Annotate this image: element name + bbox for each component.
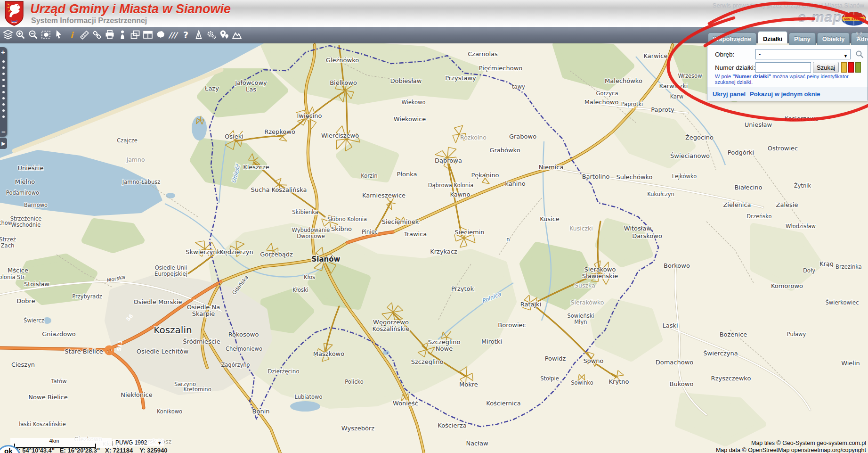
pointer-icon — [53, 29, 65, 41]
map-label: Dąbrowa Kolonia — [428, 182, 474, 189]
print-icon[interactable] — [104, 28, 116, 41]
map-label: łaski Koszalińskie — [19, 421, 66, 428]
geosystem-logo[interactable]: GEO-SYSTEM — [841, 11, 867, 26]
zoom-tick[interactable] — [2, 79, 5, 81]
map-label: Nowe Bielice — [28, 394, 67, 401]
map-label: Puławy — [787, 331, 806, 338]
map-label: Kawno — [450, 191, 470, 198]
map-label: WęgorzewoKoszalińskie — [373, 319, 410, 332]
layers-icon[interactable] — [2, 28, 14, 41]
map-label: Przytok — [451, 285, 474, 292]
pointer-icon[interactable] — [53, 28, 65, 41]
select-area-icon — [41, 29, 52, 41]
parcel-number-input[interactable] — [755, 62, 811, 73]
map-label: Wrzesow — [678, 73, 702, 79]
scale-label: 4km — [10, 438, 98, 444]
map-label: Dobiesław — [390, 77, 422, 84]
zoom-tick[interactable] — [2, 66, 5, 69]
map-label: Jamno — [126, 156, 145, 163]
settings-icon[interactable] — [205, 28, 218, 41]
layers-icon — [2, 29, 14, 41]
zoom-tick[interactable] — [2, 73, 5, 75]
map-label: Sierakówko — [570, 299, 604, 306]
measure-icon[interactable] — [78, 28, 90, 41]
obreb-select[interactable]: - ▼ — [755, 49, 851, 59]
info-icon[interactable]: i — [65, 28, 78, 41]
zoom-tick[interactable] — [2, 91, 5, 93]
svg-text:///: /// — [168, 31, 178, 40]
parallel-lines-icon: /// — [168, 29, 179, 41]
map-label: Koszalin — [154, 324, 192, 336]
poi-icon[interactable] — [218, 28, 230, 41]
app-window: { "header": { "title": "Urząd Gminy i Mi… — [0, 0, 868, 453]
zoom-tick[interactable] — [2, 60, 5, 63]
crs-selector[interactable]: PUWG 1992▼ — [113, 439, 164, 446]
legend-chip-2[interactable] — [855, 62, 861, 73]
legend-chips — [841, 62, 861, 73]
attribution-tiles: Map tiles © Geo-System geo-system.com.pl — [716, 440, 866, 447]
zoom-tick[interactable] — [2, 85, 5, 87]
copy-window-icon[interactable] — [129, 28, 141, 41]
tab-plany[interactable]: Plany — [789, 33, 816, 45]
report-issue-icon[interactable] — [193, 28, 205, 41]
tab-współrzędne[interactable]: Współrzędne — [708, 33, 756, 45]
map-label: Osieki — [225, 133, 243, 140]
terrain-icon[interactable] — [231, 28, 243, 41]
zoom-tick[interactable] — [2, 115, 5, 118]
map-label: Sianów — [312, 255, 341, 264]
attribution-data[interactable]: Map data © OpenStreetMap openstreetmap.o… — [716, 447, 866, 453]
map-label: Borkowo — [664, 262, 690, 269]
map-label: Unieście — [18, 165, 44, 172]
map-label: Czarnolas — [468, 50, 498, 58]
legend-chip-1[interactable] — [848, 62, 854, 73]
map-label: Ostrowiec — [768, 145, 798, 152]
chevron-down-icon: ▼ — [157, 441, 162, 445]
legend-chip-0[interactable] — [841, 62, 847, 73]
map-label: Powidz — [545, 355, 566, 362]
page-title: Urząd Gminy i Miasta w Sianowie — [30, 2, 231, 16]
map-label: Świerczyna — [703, 350, 738, 357]
map-label: Konikowo — [157, 408, 182, 415]
map-label: Przystawy — [445, 74, 476, 82]
obreb-label: Obręb: — [715, 51, 734, 58]
help-icon: ? — [180, 29, 192, 41]
map-label: Białecino — [734, 184, 762, 191]
map-label: Karwiczki — [659, 82, 688, 90]
zoom-tick[interactable] — [2, 97, 5, 99]
map-label: Stare Bielice — [65, 348, 103, 355]
zoom-slider[interactable]: + − — [0, 47, 7, 137]
zoom-tick[interactable] — [2, 109, 5, 112]
split-layout-icon[interactable] — [142, 28, 154, 41]
zoom-out-icon[interactable] — [27, 28, 40, 41]
map-label: Niemica — [539, 164, 564, 171]
map-label: Kusice — [540, 215, 560, 222]
parallel-lines-icon[interactable]: /// — [167, 28, 179, 41]
map-label: Uniesław — [745, 121, 772, 128]
zoom-in-plus[interactable]: + — [1, 48, 5, 56]
map-label: Wiekowice — [394, 115, 426, 123]
zoom-out-minus[interactable]: − — [1, 128, 6, 136]
tab-działki[interactable]: Działki — [758, 31, 787, 43]
map-label: Krzykacz — [430, 248, 457, 255]
tab-obiekty[interactable]: Obiekty — [817, 33, 850, 45]
single-window-link[interactable]: Pokazuj w jednym oknie — [750, 91, 820, 98]
draw-polygon-icon[interactable] — [154, 28, 167, 41]
map-label: Żegocino — [685, 134, 714, 141]
expand-panel-arrow[interactable]: ▶ — [0, 138, 7, 149]
hide-panel-link[interactable]: Ukryj panel — [713, 91, 746, 98]
search-icon[interactable] — [855, 50, 864, 58]
map-label: Doły — [803, 267, 815, 274]
help-icon[interactable]: ? — [180, 28, 192, 41]
link-icon[interactable] — [91, 28, 103, 41]
szukaj-button[interactable]: Szukaj — [813, 62, 839, 73]
zoom-tick[interactable] — [2, 103, 5, 106]
select-area-icon[interactable] — [40, 28, 52, 41]
map-label: Żytnik — [794, 182, 811, 189]
street-view-icon[interactable] — [116, 28, 129, 41]
close-icon[interactable]: ✕ — [855, 29, 863, 40]
chevron-down-icon: ▼ — [844, 51, 848, 61]
map-label: Bożenice — [720, 331, 747, 338]
zoom-in-icon[interactable] — [15, 28, 27, 41]
settings-icon — [206, 29, 217, 41]
map-label: Krąg — [819, 260, 834, 267]
